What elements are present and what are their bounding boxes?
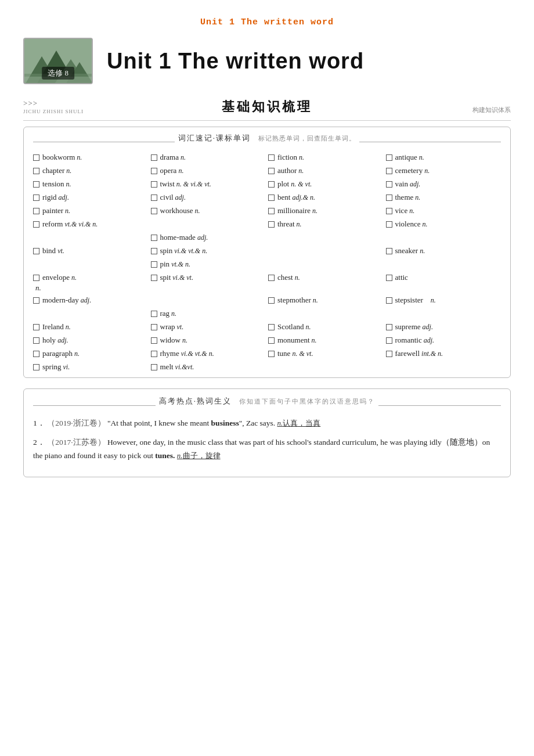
- vocab-checkbox[interactable]: [33, 297, 39, 304]
- vocab-checkbox[interactable]: [268, 275, 275, 281]
- hotpoint-line-left: [33, 405, 156, 406]
- vocab-item: plot n. & vt.: [268, 179, 384, 189]
- vocab-checkbox[interactable]: [151, 208, 157, 214]
- vocab-checkbox[interactable]: [268, 208, 275, 214]
- vocab-checkbox[interactable]: [151, 275, 157, 281]
- vocab-checkbox[interactable]: [33, 181, 39, 188]
- vocab-item: spring vi.: [33, 362, 149, 372]
- section-divider: [23, 120, 511, 121]
- vocab-checkbox[interactable]: [268, 221, 275, 228]
- vocab-item: spit vi.& vt.: [151, 273, 266, 282]
- vocab-checkbox[interactable]: [151, 168, 157, 174]
- vocab-checkbox[interactable]: [268, 351, 275, 357]
- vocab-empty: [386, 233, 501, 242]
- vocab-checkbox[interactable]: [386, 221, 392, 228]
- vocab-item: stepmother n.: [268, 296, 384, 305]
- vocab-checkbox[interactable]: [268, 168, 275, 174]
- vocab-item: millionaire n.: [268, 206, 384, 215]
- vocab-checkbox[interactable]: [386, 337, 392, 344]
- vocab-checkbox[interactable]: [151, 324, 157, 330]
- vocab-grid: bookworm n. drama n. fiction n. antique …: [33, 153, 501, 282]
- vocab-empty: [386, 362, 501, 372]
- vocab-checkbox[interactable]: [151, 311, 157, 317]
- section-prefix-text: >>> JICHU ZHISHI SHULI: [23, 99, 84, 114]
- section-right-label: 构建知识体系: [472, 106, 511, 114]
- vocab-item: civil adj.: [151, 193, 266, 202]
- hotpoint-zh: n.曲子，旋律: [177, 451, 221, 460]
- vocab-checkbox[interactable]: [386, 324, 392, 330]
- vocab-item: pin vt.& n.: [151, 260, 266, 269]
- vocab-checkbox[interactable]: [386, 208, 392, 214]
- vocab-checkbox[interactable]: [386, 275, 392, 281]
- vocab-checkbox[interactable]: [33, 248, 39, 254]
- vocab-checkbox[interactable]: [386, 248, 392, 254]
- vocab-checkbox[interactable]: [268, 337, 275, 344]
- section-header: >>> JICHU ZHISHI SHULI 基础知识梳理 构建知识体系: [23, 98, 511, 116]
- vocab-checkbox[interactable]: [33, 195, 39, 201]
- hotpoint-item-2: 2． （2017·江苏卷） However, one day, in the m…: [33, 436, 501, 463]
- vocab-checkbox[interactable]: [33, 221, 39, 228]
- vocab-checkbox[interactable]: [386, 297, 392, 304]
- vocab-checkbox[interactable]: [33, 275, 39, 281]
- vocab-item: Ireland n.: [33, 322, 149, 332]
- vocab-item: rag n.: [151, 309, 266, 318]
- vocab-empty: [33, 233, 149, 242]
- vocab-empty: [386, 309, 501, 318]
- vocab-checkbox[interactable]: [386, 195, 392, 201]
- hotpoint-item-1: 1． （2019·浙江卷） "At that point, I knew she…: [33, 417, 501, 430]
- vocab-item: widow n.: [151, 336, 266, 345]
- vocab-empty: [268, 246, 384, 255]
- unit-main-title: Unit 1 The written word: [107, 49, 364, 74]
- vocab-item: modern-day adj.: [33, 296, 149, 305]
- vocab-checkbox[interactable]: [386, 154, 392, 161]
- hotpoint-bold: tunes.: [155, 451, 175, 460]
- vocab-checkbox[interactable]: [268, 181, 275, 188]
- vocab-checkbox[interactable]: [268, 195, 275, 201]
- vocab-checkbox[interactable]: [33, 351, 39, 357]
- vocab-item: painter n.: [33, 206, 149, 215]
- vocab-header-line-right: [359, 142, 501, 142]
- vocab-checkbox[interactable]: [151, 195, 157, 201]
- vocab-checkbox[interactable]: [268, 297, 275, 304]
- vocab-checkbox[interactable]: [33, 337, 39, 344]
- vocab-checkbox[interactable]: [386, 168, 392, 174]
- section-main-title: 基础知识梳理: [222, 98, 312, 116]
- vocab-checkbox[interactable]: [33, 364, 39, 370]
- vocab-item: supreme adj.: [386, 322, 501, 332]
- vocab-item: chapter n.: [33, 166, 149, 175]
- hotpoint-zh: n.认真，当真: [277, 419, 321, 427]
- vocab-checkbox[interactable]: [386, 351, 392, 357]
- hotpoint-box: 高考热点·熟词生义 你知道下面句子中黑体字的汉语意思吗？ 1． （2019·浙江…: [23, 388, 511, 477]
- vocab-checkbox[interactable]: [33, 168, 39, 174]
- vocab-item: drama n.: [151, 153, 266, 162]
- vocab-checkbox[interactable]: [151, 181, 157, 188]
- vocab-item: fiction n.: [268, 153, 384, 162]
- vocab-checkbox[interactable]: [151, 337, 157, 344]
- vocab-item: violence n.: [386, 219, 501, 229]
- vocab-item: cemetery n.: [386, 166, 501, 175]
- vocab-checkbox[interactable]: [33, 324, 39, 330]
- top-title: Unit 1 The written word: [23, 17, 511, 27]
- vocab-checkbox[interactable]: [268, 154, 275, 161]
- vocab-checkbox[interactable]: [268, 324, 275, 330]
- vocab-item: attic: [386, 273, 501, 282]
- vocab-item: holy adj.: [33, 336, 149, 345]
- vocab-item: Scotland n.: [268, 322, 384, 332]
- vocab-item: antique n.: [386, 153, 501, 162]
- vocab-checkbox[interactable]: [151, 235, 157, 241]
- vocab-checkbox[interactable]: [33, 154, 39, 161]
- vocab-checkbox[interactable]: [151, 261, 157, 268]
- vocab-checkbox[interactable]: [386, 181, 392, 188]
- vocab-item: monument n.: [268, 336, 384, 345]
- hotpoint-title: 高考热点·熟词生义 你知道下面句子中黑体字的汉语意思吗？: [159, 396, 376, 406]
- vocab-item: twist n. & vi.& vt.: [151, 179, 266, 189]
- vocab-header-line-left: [33, 142, 175, 142]
- vocab-checkbox[interactable]: [33, 208, 39, 214]
- vocab-checkbox[interactable]: [151, 248, 157, 254]
- vocab-checkbox[interactable]: [151, 364, 157, 370]
- vocab-empty: [268, 309, 384, 318]
- vocab-checkbox[interactable]: [151, 351, 157, 357]
- vocab-checkbox[interactable]: [151, 154, 157, 161]
- hotpoint-num: 2．: [33, 438, 45, 447]
- vocab-item: threat n.: [268, 219, 384, 229]
